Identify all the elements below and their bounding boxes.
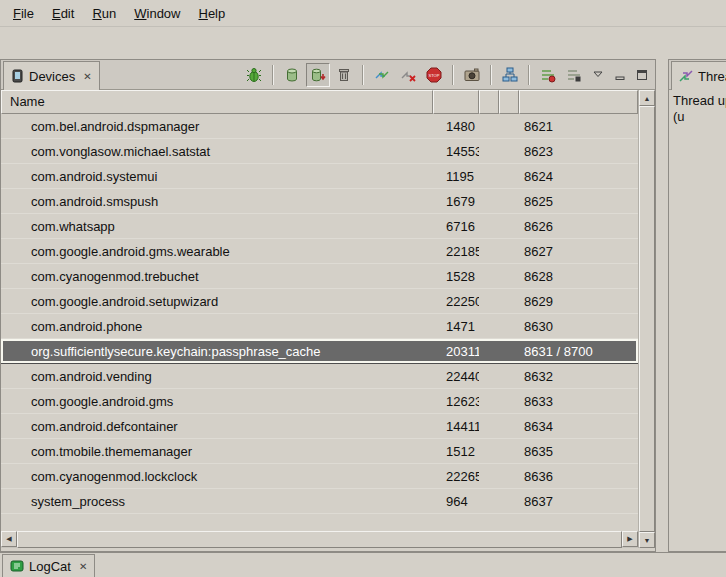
- column-header-status1[interactable]: [479, 90, 499, 114]
- maximize-icon[interactable]: [632, 65, 652, 85]
- dump-view-hierarchy-icon[interactable]: [498, 63, 522, 87]
- cell-port: 8625: [519, 194, 638, 209]
- tab-threads[interactable]: Threa: [671, 61, 726, 90]
- device-table: Name com.bel.android.dspmanager 1480 862…: [1, 90, 655, 551]
- debug-icon[interactable]: [242, 63, 266, 87]
- table-row[interactable]: com.android.smspush 1679 8625: [1, 189, 638, 214]
- cell-pid: 1195: [433, 169, 479, 184]
- update-heap-icon[interactable]: [280, 63, 304, 87]
- column-header-pid[interactable]: [433, 90, 479, 114]
- cell-pid: 1679: [433, 194, 479, 209]
- column-header-name[interactable]: Name: [1, 90, 433, 114]
- menu-run[interactable]: Run: [83, 3, 125, 24]
- horizontal-scroll-thumb[interactable]: [17, 531, 622, 548]
- table-row[interactable]: com.google.android.setupwizard 22250 862…: [1, 289, 638, 314]
- scroll-right-button[interactable]: ▶: [622, 531, 638, 547]
- cell-name: com.android.smspush: [1, 194, 433, 209]
- cell-pid: 6716: [433, 219, 479, 234]
- menu-file[interactable]: File: [4, 3, 43, 24]
- table-row[interactable]: org.sufficientlysecure.keychain:passphra…: [1, 339, 638, 364]
- cell-pid: 1512: [433, 444, 479, 459]
- table-row[interactable]: com.google.android.gms 12623 8633: [1, 389, 638, 414]
- cell-port: 8629: [519, 294, 638, 309]
- cell-name: com.google.android.setupwizard: [1, 294, 433, 309]
- threads-message: Thread up (u: [669, 90, 726, 128]
- threads-tab-row: Threa: [669, 60, 726, 90]
- close-icon[interactable]: ✕: [83, 71, 91, 82]
- toolbar-separator: [528, 65, 530, 85]
- update-threads-icon[interactable]: [370, 63, 394, 87]
- vertical-scrollbar[interactable]: ▲ ▼: [638, 90, 655, 548]
- horizontal-scrollbar[interactable]: ◀ ▶: [1, 531, 638, 548]
- table-row[interactable]: com.android.defcontainer 14411 8634: [1, 414, 638, 439]
- cell-port: 8628: [519, 269, 638, 284]
- table-row[interactable]: com.whatsapp 6716 8626: [1, 214, 638, 239]
- cell-name: com.cyanogenmod.trebuchet: [1, 269, 433, 284]
- panel-splitter[interactable]: [656, 59, 668, 552]
- scroll-down-button[interactable]: ▼: [639, 532, 655, 548]
- cell-name: com.cyanogenmod.lockclock: [1, 469, 433, 484]
- svg-text:STOP: STOP: [429, 72, 440, 77]
- cell-pid: 12623: [433, 394, 479, 409]
- start-method-profiling-icon[interactable]: [536, 63, 560, 87]
- menu-help[interactable]: Help: [189, 3, 234, 24]
- table-row[interactable]: com.tmobile.thememanager 1512 8635: [1, 439, 638, 464]
- devices-toolbar: STOP: [242, 60, 655, 89]
- devices-tab-row: Devices ✕: [1, 60, 655, 90]
- cell-port: 8632: [519, 369, 638, 384]
- cell-name: com.vonglasow.michael.satstat: [1, 144, 433, 159]
- stop-process-icon[interactable]: STOP: [422, 63, 446, 87]
- minimize-icon[interactable]: [610, 65, 630, 85]
- table-row[interactable]: com.android.systemui 1195 8624: [1, 164, 638, 189]
- tab-threads-label: Threa: [698, 69, 726, 84]
- stop-thread-updates-icon[interactable]: [396, 63, 420, 87]
- scroll-up-button[interactable]: ▲: [639, 90, 655, 106]
- cell-pid: 22185: [433, 244, 479, 259]
- stop-method-profiling-icon[interactable]: [562, 63, 586, 87]
- cell-port: 8624: [519, 169, 638, 184]
- view-menu-icon[interactable]: [588, 65, 608, 85]
- cell-pid: 14411: [433, 419, 479, 434]
- menu-edit[interactable]: Edit: [43, 3, 83, 24]
- close-icon[interactable]: ✕: [79, 561, 87, 572]
- column-header-port[interactable]: [519, 90, 638, 114]
- cell-name: com.android.defcontainer: [1, 419, 433, 434]
- cell-pid: 22265: [433, 469, 479, 484]
- cell-port: 8636: [519, 469, 638, 484]
- cell-name: com.android.phone: [1, 319, 433, 334]
- toolbar-separator: [452, 65, 454, 85]
- device-icon: [11, 69, 24, 83]
- devices-panel: Devices ✕: [0, 59, 656, 552]
- cell-pid: 1528: [433, 269, 479, 284]
- dump-hprof-icon[interactable]: [306, 63, 330, 87]
- table-row[interactable]: com.android.phone 1471 8630: [1, 314, 638, 339]
- table-row[interactable]: com.google.android.gms.wearable 22185 86…: [1, 239, 638, 264]
- tab-logcat[interactable]: LogCat ✕: [2, 554, 95, 577]
- threads-message-line2: (u: [673, 109, 722, 125]
- column-header-status2[interactable]: [499, 90, 519, 114]
- cell-name: com.android.vending: [1, 369, 433, 384]
- table-row[interactable]: com.android.vending 22440 8632: [1, 364, 638, 389]
- cell-pid: 22250: [433, 294, 479, 309]
- cell-name: system_process: [1, 494, 433, 509]
- screen-capture-icon[interactable]: [460, 63, 484, 87]
- table-row[interactable]: com.bel.android.dspmanager 1480 8621: [1, 114, 638, 139]
- cell-name: com.android.systemui: [1, 169, 433, 184]
- main-toolbar-strip: [0, 27, 726, 59]
- table-row[interactable]: com.cyanogenmod.lockclock 22265 8636: [1, 464, 638, 489]
- vertical-scroll-thumb[interactable]: [639, 106, 655, 532]
- table-row[interactable]: system_process 964 8637: [1, 489, 638, 514]
- cell-port: 8623: [519, 144, 638, 159]
- cell-pid: 20311: [433, 344, 479, 359]
- table-row[interactable]: com.vonglasow.michael.satstat 14553 8623: [1, 139, 638, 164]
- scroll-left-button[interactable]: ◀: [1, 531, 17, 547]
- cell-port: 8634: [519, 419, 638, 434]
- cell-name: com.google.android.gms.wearable: [1, 244, 433, 259]
- table-row[interactable]: com.cyanogenmod.trebuchet 1528 8628: [1, 264, 638, 289]
- menu-window[interactable]: Window: [125, 3, 189, 24]
- tab-devices[interactable]: Devices ✕: [3, 61, 100, 90]
- ddms-window: File Edit Run Window Help Devices ✕: [0, 0, 726, 577]
- cause-gc-icon[interactable]: [332, 63, 356, 87]
- logcat-bar: LogCat ✕: [0, 552, 726, 577]
- threads-panel: Threa Thread up (u: [668, 59, 726, 552]
